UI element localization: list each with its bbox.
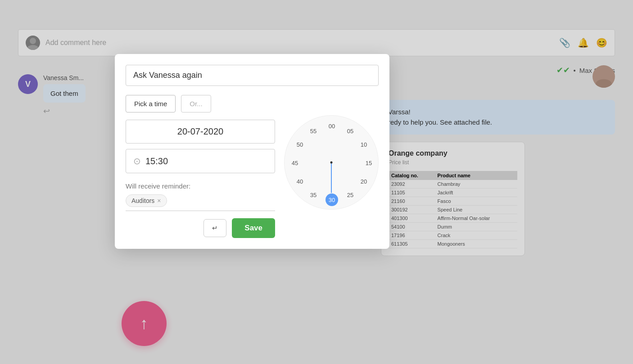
clock-number-10[interactable]: 10 [361, 141, 367, 148]
time-value: 15:30 [145, 156, 168, 166]
auditors-tag: Auditors × [126, 194, 167, 207]
tag-container: Auditors × [126, 194, 275, 211]
clock-face[interactable]: 000510152025303540455055 [284, 115, 379, 210]
clock-number-40[interactable]: 40 [297, 178, 303, 185]
task-title-input[interactable] [126, 65, 379, 86]
enter-icon: ↵ [212, 224, 218, 232]
clock-number-20[interactable]: 20 [361, 178, 367, 185]
clock-number-30[interactable]: 30 [326, 193, 338, 206]
time-input[interactable]: ⊙ 15:30 [126, 149, 275, 173]
modal-body: 20-07-2020 ⊙ 15:30 Will receive reminder… [126, 120, 379, 238]
clock-number-55[interactable]: 55 [310, 127, 316, 134]
clock-number-05[interactable]: 05 [347, 127, 353, 134]
clock-icon: ⊙ [133, 156, 141, 166]
reminder-label: Will receive reminder: [126, 182, 275, 190]
clock-number-25[interactable]: 25 [347, 192, 353, 198]
clock-number-15[interactable]: 15 [366, 160, 372, 166]
date-input[interactable]: 20-07-2020 [126, 120, 275, 144]
modal-form: 20-07-2020 ⊙ 15:30 Will receive reminder… [126, 120, 275, 238]
reminder-modal: Pick a time Or... 20-07-2020 ⊙ 15:30 Wil… [115, 54, 389, 249]
clock-number-50[interactable]: 50 [297, 141, 303, 148]
save-button[interactable]: Save [232, 218, 275, 238]
clock-number-35[interactable]: 35 [310, 192, 316, 198]
pick-time-button[interactable]: Pick a time [126, 95, 176, 112]
enter-button[interactable]: ↵ [203, 219, 226, 237]
clock-number-00[interactable]: 00 [329, 123, 335, 130]
tag-label: Auditors [131, 197, 154, 204]
clock-number-45[interactable]: 45 [292, 160, 298, 166]
clock-center-dot [330, 162, 333, 164]
tag-close-button[interactable]: × [157, 197, 161, 204]
or-button[interactable]: Or... [181, 95, 211, 112]
modal-footer: ↵ Save [126, 218, 275, 238]
time-option-row: Pick a time Or... [126, 95, 379, 112]
